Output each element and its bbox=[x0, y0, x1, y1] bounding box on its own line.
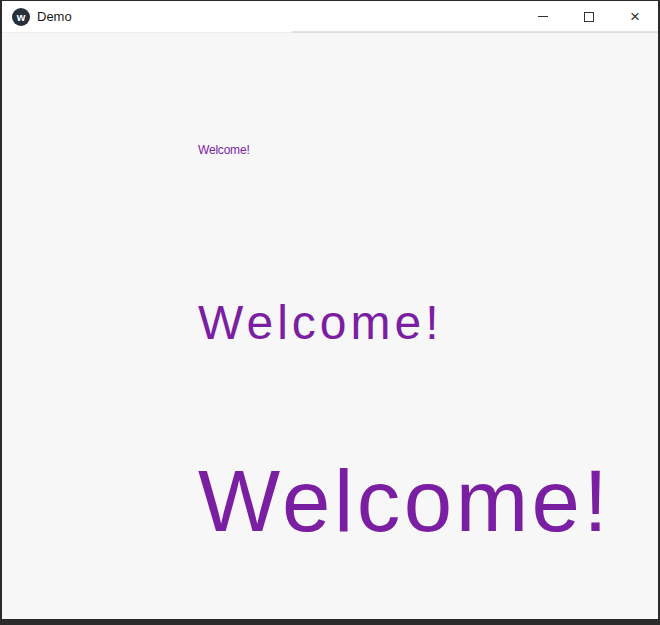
welcome-text-medium: Welcome! bbox=[198, 299, 443, 347]
minimize-icon bbox=[538, 16, 548, 17]
app-window: w Demo × Welcome! Welcome! Welcome! bbox=[0, 0, 660, 625]
minimize-button[interactable] bbox=[520, 1, 566, 32]
close-button[interactable]: × bbox=[612, 1, 658, 32]
titlebar: w Demo × bbox=[2, 1, 658, 33]
content-area: Welcome! Welcome! Welcome! bbox=[2, 34, 658, 619]
maximize-icon bbox=[584, 12, 594, 22]
close-icon: × bbox=[630, 8, 640, 25]
welcome-text-small: Welcome! bbox=[198, 144, 250, 156]
maximize-button[interactable] bbox=[566, 1, 612, 32]
svg-text:w: w bbox=[16, 11, 26, 23]
window-controls: × bbox=[520, 1, 658, 32]
window-title: Demo bbox=[37, 1, 72, 33]
welcome-text-large: Welcome! bbox=[198, 457, 611, 544]
titlebar-shadow bbox=[292, 31, 658, 33]
app-logo-icon: w bbox=[12, 8, 30, 26]
